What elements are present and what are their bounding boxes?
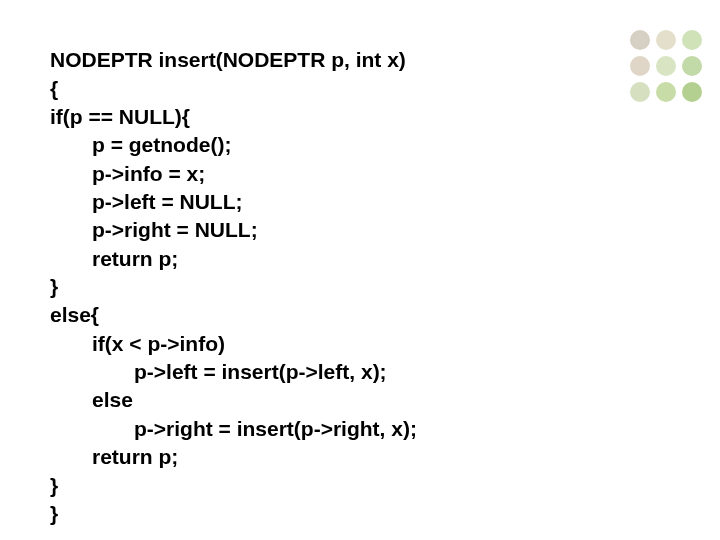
dot-icon xyxy=(656,30,676,50)
code-line: else{ xyxy=(50,303,99,326)
code-line: NODEPTR insert(NODEPTR p, int x) xyxy=(50,48,406,71)
code-line: else xyxy=(50,386,133,414)
code-line: p->info = x; xyxy=(50,160,205,188)
code-line: return p; xyxy=(50,245,178,273)
code-line: if(x < p->info) xyxy=(50,330,225,358)
code-line: p->left = NULL; xyxy=(50,188,243,216)
dot-icon xyxy=(682,82,702,102)
dot-icon xyxy=(630,56,650,76)
code-block: NODEPTR insert(NODEPTR p, int x) { if(p … xyxy=(50,18,417,528)
dot-icon xyxy=(630,30,650,50)
code-line: p = getnode(); xyxy=(50,131,231,159)
code-line: if(p == NULL){ xyxy=(50,105,190,128)
code-line: { xyxy=(50,77,58,100)
code-line: p->left = insert(p->left, x); xyxy=(50,358,387,386)
code-line: } xyxy=(50,474,58,497)
dot-icon xyxy=(656,56,676,76)
dot-icon xyxy=(682,30,702,50)
dot-icon xyxy=(656,82,676,102)
code-line: } xyxy=(50,502,58,525)
code-line: p->right = NULL; xyxy=(50,216,258,244)
dot-icon xyxy=(682,56,702,76)
code-line: } xyxy=(50,275,58,298)
code-line: p->right = insert(p->right, x); xyxy=(50,415,417,443)
decorative-dots xyxy=(630,30,702,102)
code-line: return p; xyxy=(50,443,178,471)
dot-icon xyxy=(630,82,650,102)
